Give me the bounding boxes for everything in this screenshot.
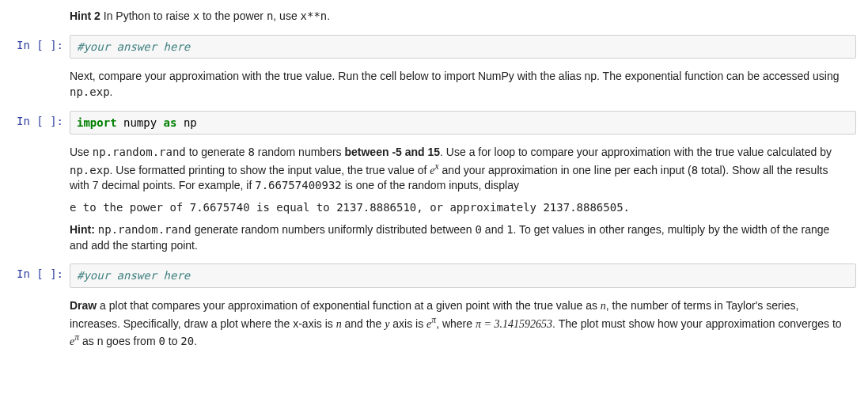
para1: Next, compare your approximation with th… xyxy=(70,69,851,100)
para1-content: Next, compare your approximation with th… xyxy=(70,63,856,105)
code-cell-2[interactable]: In [ ]: import numpy as np xyxy=(0,109,868,137)
para1-cell: Next, compare your approximation with th… xyxy=(0,62,868,107)
para2-content: Use np.random.rand to generate 8 random … xyxy=(70,139,856,259)
prompt-in-3: In [ ]: xyxy=(4,263,70,288)
para3: Draw a plot that compares your approxima… xyxy=(70,298,851,349)
code-cell-1[interactable]: In [ ]: #your answer here xyxy=(0,33,868,61)
hint2-cell: Hint 2 In Python to raise x to the power… xyxy=(0,2,868,32)
code-comment: #your answer here xyxy=(77,269,190,282)
code-input-3[interactable]: #your answer here xyxy=(70,263,856,288)
code-input-2[interactable]: import numpy as np xyxy=(70,111,856,135)
code-input-1[interactable]: #your answer here xyxy=(70,35,856,59)
hint3: Hint: np.random.rand generate random num… xyxy=(70,222,851,253)
hint2-label: Hint 2 xyxy=(70,9,100,22)
para2: Use np.random.rand to generate 8 random … xyxy=(70,145,851,193)
prompt-in-2: In [ ]: xyxy=(4,111,70,135)
para3-cell: Draw a plot that compares your approxima… xyxy=(0,291,868,356)
para2-cell: Use np.random.rand to generate 8 random … xyxy=(0,138,868,260)
prompt-in-1: In [ ]: xyxy=(4,35,70,59)
hint2-content: Hint 2 In Python to raise x to the power… xyxy=(70,3,856,30)
hint2-paragraph: Hint 2 In Python to raise x to the power… xyxy=(70,9,851,25)
para3-content: Draw a plot that compares your approxima… xyxy=(70,293,856,354)
hint3-label: Hint: xyxy=(70,223,95,236)
code-comment: #your answer here xyxy=(77,40,190,53)
prompt-empty xyxy=(4,3,70,30)
code-cell-3[interactable]: In [ ]: #your answer here xyxy=(0,262,868,290)
example-output: e to the power of 7.6675740 is equal to … xyxy=(70,200,851,216)
